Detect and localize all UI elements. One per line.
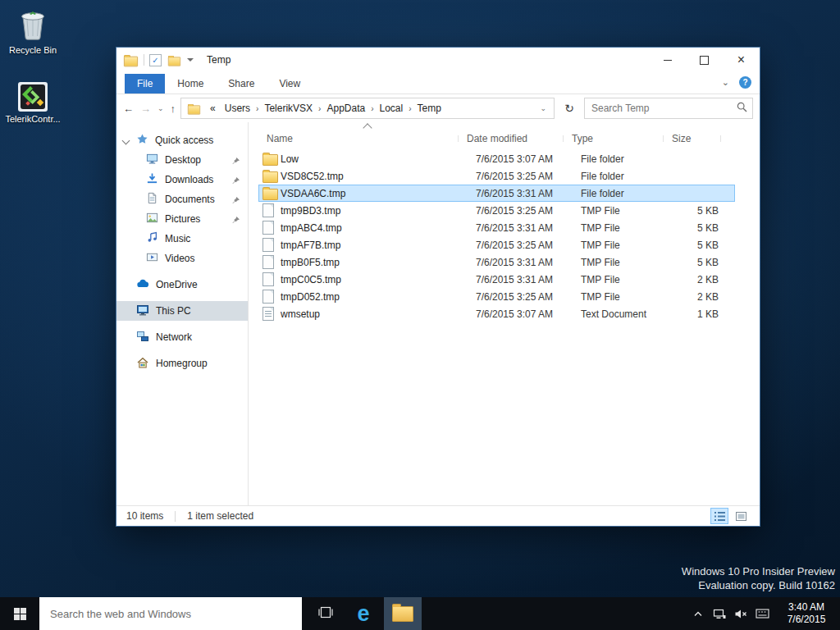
up-button[interactable]: ↑: [171, 103, 176, 115]
help-icon[interactable]: ?: [739, 76, 751, 89]
sidebar-item-quick-access[interactable]: Quick access: [116, 130, 248, 150]
file-explorer-button[interactable]: [384, 597, 422, 630]
file-type: File folder: [573, 153, 673, 165]
desktop-icon-telerik[interactable]: TelerikContr...: [3, 82, 62, 124]
breadcrumb-chevron-icon[interactable]: ›: [317, 104, 322, 113]
breadcrumb[interactable]: « Users › TelerikVSX › AppData › Local ›…: [180, 98, 555, 119]
address-bar: ← → ⌄ ↑ « Users › TelerikVSX › AppData ›…: [116, 94, 760, 122]
explorer-search[interactable]: [584, 98, 753, 119]
video-icon: [146, 251, 158, 266]
column-headers: Name Date modified Type Size: [258, 129, 735, 148]
address-dropdown-icon[interactable]: ⌄: [537, 104, 549, 112]
file-row[interactable]: tmpD052.tmp 7/6/2015 3:25 AM TMP File 2 …: [258, 288, 735, 305]
breadcrumb-item-users[interactable]: Users: [221, 103, 254, 114]
taskbar-search[interactable]: [39, 597, 302, 630]
file-row[interactable]: tmpC0C5.tmp 7/6/2015 3:31 AM TMP File 2 …: [258, 271, 735, 288]
forward-button[interactable]: →: [140, 103, 151, 115]
file-row[interactable]: tmpB0F5.tmp 7/6/2015 3:31 AM TMP File 5 …: [258, 253, 735, 271]
breadcrumb-chevron-icon[interactable]: ›: [370, 104, 374, 113]
touch-keyboard-icon[interactable]: [751, 597, 773, 630]
sidebar-item-this-pc[interactable]: This PC: [116, 301, 248, 321]
desktop-icon: [146, 153, 158, 167]
close-button[interactable]: ×: [723, 48, 760, 72]
column-header-size[interactable]: Size: [664, 133, 721, 144]
taskbar-search-input[interactable]: [39, 608, 302, 620]
sidebar-item-music[interactable]: Music: [116, 229, 248, 249]
chevron-down-icon[interactable]: [122, 137, 130, 145]
breadcrumb-item-temp[interactable]: Temp: [413, 103, 445, 114]
new-folder-icon[interactable]: [168, 57, 180, 66]
desktop-icon-recycle-bin[interactable]: Recycle Bin: [3, 7, 62, 55]
title-bar[interactable]: ✓ Temp ×: [116, 48, 760, 72]
details-view-button[interactable]: [710, 508, 728, 524]
pin-icon: [232, 215, 240, 226]
sidebar-item-label: Quick access: [155, 135, 213, 146]
back-button[interactable]: ←: [123, 103, 134, 115]
desktop-icon-label: Recycle Bin: [3, 45, 62, 55]
explorer-search-input[interactable]: [590, 102, 737, 115]
file-row[interactable]: tmp9BD3.tmp 7/6/2015 3:25 AM TMP File 5 …: [258, 202, 735, 219]
properties-check-icon[interactable]: ✓: [149, 54, 162, 66]
volume-muted-icon[interactable]: [730, 597, 751, 630]
large-icons-view-button[interactable]: [732, 508, 750, 524]
tab-share[interactable]: Share: [216, 74, 267, 94]
folder-icon: [262, 154, 278, 166]
explorer-window: ✓ Temp × File Home Share View ⌄ ?: [116, 47, 760, 527]
telerik-app-icon: [18, 82, 48, 112]
breadcrumb-item-telerikvsx[interactable]: TelerikVSX: [260, 103, 317, 114]
file-name: tmpC0C5.tmp: [281, 274, 468, 285]
breadcrumb-item-local[interactable]: Local: [376, 103, 408, 114]
file-row[interactable]: Low 7/6/2015 3:07 AM File folder: [258, 150, 735, 167]
breadcrumb-item-appdata[interactable]: AppData: [322, 103, 369, 114]
file-row[interactable]: tmpAF7B.tmp 7/6/2015 3:25 AM TMP File 5 …: [258, 236, 735, 253]
file-date-modified: 7/6/2015 3:25 AM: [468, 240, 573, 251]
file-size: 5 KB: [673, 240, 724, 251]
maximize-button[interactable]: [686, 48, 723, 72]
tab-home[interactable]: Home: [165, 74, 216, 94]
tab-file[interactable]: File: [125, 74, 165, 94]
breadcrumb-chevron-icon[interactable]: ›: [255, 104, 259, 113]
taskbar-clock[interactable]: 3:40 AM 7/6/2015: [773, 601, 840, 626]
file-row[interactable]: tmpABC4.tmp 7/6/2015 3:31 AM TMP File 5 …: [258, 219, 735, 236]
breadcrumb-overflow[interactable]: «: [206, 103, 220, 114]
sidebar-item-downloads[interactable]: Downloads: [116, 170, 248, 189]
file-row-selected[interactable]: VSDAA6C.tmp 7/6/2015 3:31 AM File folder: [258, 185, 735, 202]
file-type: TMP File: [573, 205, 673, 217]
file-date-modified: 7/6/2015 3:07 AM: [468, 308, 573, 320]
file-row[interactable]: wmsetup 7/6/2015 3:07 AM Text Document 1…: [258, 305, 735, 322]
show-hidden-icons-button[interactable]: [687, 597, 709, 630]
sidebar-item-onedrive[interactable]: OneDrive: [116, 275, 248, 294]
desktop-icon-label: TelerikContr...: [3, 114, 62, 124]
minimize-button[interactable]: [649, 48, 686, 72]
music-note-icon: [146, 231, 158, 246]
network-tray-icon[interactable]: [709, 597, 730, 630]
sidebar-item-label: Pictures: [165, 213, 200, 225]
sidebar-item-pictures[interactable]: Pictures: [116, 209, 248, 229]
onedrive-cloud-icon: [136, 277, 149, 293]
sidebar-item-homegroup[interactable]: Homegroup: [116, 354, 248, 373]
task-view-button[interactable]: [307, 597, 345, 630]
column-header-type[interactable]: Type: [564, 133, 664, 144]
recycle-bin-icon: [18, 33, 48, 43]
caption-buttons: ×: [649, 48, 760, 72]
sidebar-item-videos[interactable]: Videos: [116, 249, 248, 268]
sidebar-item-desktop[interactable]: Desktop: [116, 150, 248, 170]
start-button[interactable]: [0, 597, 39, 630]
window-title: Temp: [207, 54, 231, 66]
refresh-button[interactable]: ↻: [559, 98, 579, 118]
explorer-content: Quick access Desktop Downloads Documents: [116, 122, 760, 505]
file-name: tmpD052.tmp: [281, 291, 468, 303]
breadcrumb-chevron-icon[interactable]: ›: [408, 104, 412, 113]
tab-view[interactable]: View: [267, 74, 313, 94]
sidebar-item-network[interactable]: Network: [116, 327, 248, 347]
file-row[interactable]: VSD8C52.tmp 7/6/2015 3:25 AM File folder: [258, 167, 735, 185]
sidebar-item-documents[interactable]: Documents: [116, 189, 248, 209]
column-header-name[interactable]: Name: [258, 133, 459, 144]
pin-icon: [232, 195, 240, 207]
recent-locations-icon[interactable]: ⌄: [158, 104, 164, 112]
selection-count: 1 item selected: [187, 510, 253, 522]
ribbon-expand-icon[interactable]: ⌄: [722, 77, 729, 88]
qat-dropdown-icon[interactable]: [187, 58, 194, 62]
column-header-date-modified[interactable]: Date modified: [459, 133, 564, 144]
edge-browser-button[interactable]: e: [345, 597, 382, 630]
